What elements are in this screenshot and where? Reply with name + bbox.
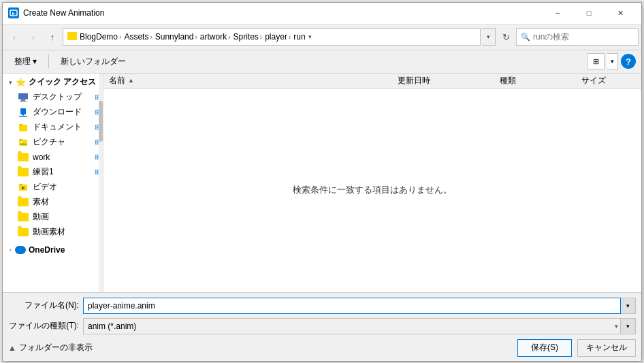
- refresh-button[interactable]: ↻: [497, 28, 515, 46]
- sidebar-item-label: work: [33, 153, 93, 162]
- breadcrumb-item[interactable]: artwork ›: [200, 32, 231, 42]
- maximize-button[interactable]: □: [573, 2, 605, 24]
- search-icon: 🔍: [521, 33, 530, 42]
- toolbar-separator: [48, 54, 49, 68]
- search-input[interactable]: [533, 32, 634, 42]
- dialog-icon: [8, 7, 19, 18]
- title-bar-controls: − □ ✕: [542, 2, 636, 24]
- sidebar-item-label: ダウンロード: [33, 106, 93, 118]
- filetype-label: ファイルの種類(T):: [8, 320, 83, 332]
- chevron-right-icon: ›: [5, 245, 15, 255]
- desktop-icon: [18, 93, 29, 102]
- column-size[interactable]: サイズ: [581, 75, 636, 86]
- pictures-icon: [18, 138, 29, 147]
- chevron-down-icon: ▾: [308, 33, 312, 40]
- view-button[interactable]: ⊞: [587, 53, 605, 69]
- svg-rect-7: [19, 116, 27, 117]
- folder-icon: [18, 153, 29, 162]
- sidebar-item-dougasozai[interactable]: 動画素材: [3, 225, 103, 240]
- svg-rect-3: [21, 99, 25, 101]
- bottom-area: ファイル名(N): ▾ ファイルの種類(T): anim (*.anim) ▾ …: [3, 292, 641, 361]
- svg-rect-2: [18, 93, 28, 99]
- column-type[interactable]: 種類: [500, 75, 581, 86]
- folder-toggle-label: フォルダーの非表示: [19, 342, 93, 353]
- svg-rect-12: [19, 139, 22, 140]
- nav-bar: ‹ › ↑ BlogDemo › Assets › Sunnyland › ar…: [3, 25, 641, 50]
- svg-rect-4: [20, 101, 27, 102]
- back-button[interactable]: ‹: [5, 28, 23, 46]
- sidebar-item-label: 素材: [33, 196, 100, 208]
- sidebar-item-documents[interactable]: ドキュメント ⊞: [3, 120, 103, 135]
- column-date[interactable]: 更新日時: [398, 75, 500, 86]
- sidebar-item-desktop[interactable]: デスクトップ ⊞: [3, 90, 103, 105]
- filename-dropdown-button[interactable]: ▾: [621, 298, 636, 314]
- breadcrumb-item[interactable]: Assets ›: [124, 32, 152, 42]
- organize-button[interactable]: 整理 ▾: [8, 53, 43, 69]
- minimize-button[interactable]: −: [542, 2, 573, 24]
- up-button[interactable]: ↑: [44, 28, 61, 46]
- folder-icon: [18, 227, 29, 237]
- help-button[interactable]: ?: [621, 54, 636, 69]
- filename-label: ファイル名(N):: [8, 300, 83, 311]
- sidebar: ▾ ⭐ クイック アクセス デスクトップ: [3, 74, 103, 292]
- save-button[interactable]: 保存(S): [517, 339, 572, 357]
- sidebar-item-practice[interactable]: 練習1 ⊞: [3, 165, 103, 180]
- cancel-button[interactable]: キャンセル: [577, 339, 636, 357]
- breadcrumb-item[interactable]: player ›: [265, 32, 291, 42]
- breadcrumb-item[interactable]: run ▾: [293, 32, 311, 42]
- onedrive-section: › OneDrive: [3, 241, 103, 259]
- column-date-label: 更新日時: [398, 76, 430, 85]
- onedrive-icon: [15, 244, 26, 255]
- chevron-up-icon: ▲: [8, 343, 16, 353]
- column-name[interactable]: 名前 ▲: [109, 75, 398, 86]
- video-icon: [18, 183, 29, 192]
- sidebar-item-sozai[interactable]: 素材: [3, 195, 103, 210]
- folder-toggle[interactable]: ▲ フォルダーの非表示: [8, 342, 93, 353]
- column-header: 名前 ▲ 更新日時 種類 サイズ: [103, 74, 641, 89]
- filetype-select[interactable]: anim (*.anim): [83, 318, 621, 334]
- new-folder-button[interactable]: 新しいフォルダー: [54, 53, 132, 69]
- svg-rect-16: [19, 184, 22, 185]
- filetype-dropdown-button[interactable]: ▾: [621, 318, 636, 334]
- new-folder-label: 新しいフォルダー: [61, 56, 126, 67]
- forward-button[interactable]: ›: [25, 28, 42, 46]
- breadcrumb-label: BlogDemo: [80, 32, 118, 42]
- main-area: ▾ ⭐ クイック アクセス デスクトップ: [3, 74, 641, 292]
- sidebar-item-label: 練習1: [33, 166, 93, 178]
- filetype-wrapper: anim (*.anim) ▾: [83, 318, 621, 334]
- action-buttons: 保存(S) キャンセル: [517, 339, 636, 357]
- breadcrumb-item[interactable]: Sunnyland ›: [155, 32, 197, 42]
- action-row: ▲ フォルダーの非表示 保存(S) キャンセル: [8, 339, 636, 357]
- sidebar-item-label: 動画素材: [33, 226, 100, 238]
- column-name-label: 名前: [109, 75, 125, 86]
- view-dropdown-button[interactable]: ▾: [607, 53, 618, 69]
- quick-access-section: ▾ ⭐ クイック アクセス デスクトップ: [3, 74, 103, 241]
- breadcrumb-dropdown-button[interactable]: ▾: [482, 28, 496, 46]
- sidebar-item-work[interactable]: work ⊞: [3, 150, 103, 165]
- file-list: 検索条件に一致する項目はありません。: [103, 89, 641, 292]
- sidebar-item-douga[interactable]: 動画: [3, 210, 103, 225]
- breadcrumb-sep: ›: [150, 33, 152, 41]
- sidebar-item-video[interactable]: ビデオ: [3, 180, 103, 195]
- sidebar-item-label: ピクチャ: [33, 136, 93, 148]
- breadcrumb-label: Sunnyland: [155, 32, 194, 42]
- breadcrumb-item[interactable]: BlogDemo ›: [80, 32, 121, 42]
- sidebar-item-pictures[interactable]: ピクチャ ⊞: [3, 135, 103, 150]
- quick-access-header[interactable]: ▾ ⭐ クイック アクセス: [3, 75, 103, 90]
- breadcrumb-item[interactable]: Sprites ›: [233, 32, 262, 42]
- sidebar-item-label: ビデオ: [33, 181, 100, 193]
- filename-input[interactable]: [83, 298, 621, 314]
- star-icon: ⭐: [15, 77, 26, 88]
- breadcrumb-label: Assets: [124, 32, 148, 42]
- breadcrumb-sep: ›: [228, 33, 230, 41]
- sidebar-item-label: デスクトップ: [33, 91, 93, 103]
- sidebar-item-download[interactable]: ダウンロード ⊞: [3, 105, 103, 120]
- toolbar: 整理 ▾ 新しいフォルダー ⊞ ▾ ?: [3, 50, 641, 74]
- close-button[interactable]: ✕: [605, 2, 636, 24]
- onedrive-header[interactable]: › OneDrive: [3, 242, 103, 257]
- folder-icon: [18, 198, 29, 207]
- breadcrumb-label: run: [293, 32, 305, 42]
- breadcrumb-label: player: [265, 32, 287, 42]
- sidebar-scrollbar[interactable]: [99, 74, 103, 292]
- breadcrumb-bar[interactable]: BlogDemo › Assets › Sunnyland › artwork …: [63, 28, 481, 46]
